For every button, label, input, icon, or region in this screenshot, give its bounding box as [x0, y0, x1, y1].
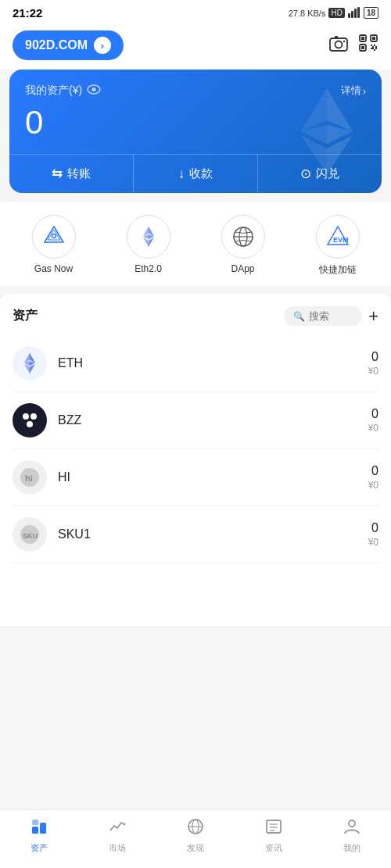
svg-marker-22: [327, 88, 353, 131]
assets-title: 资产: [13, 308, 38, 324]
evm-label: 快捷加链: [319, 263, 357, 277]
svg-point-49: [30, 413, 37, 420]
arrow-icon: ›: [94, 37, 111, 54]
svg-point-30: [52, 234, 56, 238]
assets-search-wrap: 🔍 +: [284, 306, 378, 326]
receive-icon: ↓: [178, 166, 185, 182]
svg-rect-4: [330, 38, 347, 51]
status-time: 21:22: [13, 6, 42, 20]
hi-cny: ¥0: [368, 480, 378, 491]
nav-mine[interactable]: 我的: [313, 818, 391, 854]
logo-text: 902D.COM: [25, 38, 88, 52]
nav-market[interactable]: 市场: [78, 818, 156, 854]
svg-rect-9: [361, 37, 364, 40]
dapp-item[interactable]: DApp: [221, 215, 265, 277]
svg-rect-11: [372, 37, 375, 40]
asset-item-hi[interactable]: hi HI 0 ¥0: [13, 449, 378, 506]
header-icons: [328, 34, 378, 57]
nav-news-label: 资讯: [265, 842, 282, 854]
eth-amount: 0: [368, 350, 378, 364]
bottom-nav: 资产 市场 发现 资讯: [0, 809, 391, 868]
hi-info: HI: [58, 470, 368, 484]
eth-values: 0 ¥0: [368, 350, 378, 377]
nav-market-label: 市场: [109, 842, 126, 854]
gas-now-label: Gas Now: [34, 263, 73, 274]
status-icons: 27.8 KB/s HD 18: [289, 7, 378, 20]
nav-news[interactable]: 资讯: [235, 818, 313, 854]
asset-label: 我的资产(¥): [25, 84, 101, 98]
evm-icon-wrap: EVM: [316, 215, 360, 259]
eth-cny: ¥0: [368, 366, 378, 377]
receive-button[interactable]: ↓ 收款: [134, 155, 258, 193]
bzz-name: BZZ: [58, 413, 368, 427]
svg-text:SKU: SKU: [23, 532, 38, 540]
evm-item[interactable]: EVM 快捷加链: [316, 215, 360, 277]
nav-assets-label: 资产: [30, 842, 48, 854]
hi-name: HI: [58, 470, 368, 484]
eth-watermark: [280, 70, 374, 193]
eth2-item[interactable]: Eth2.0: [127, 215, 170, 277]
search-input[interactable]: [309, 310, 356, 322]
camera-button[interactable]: [328, 34, 349, 57]
svg-rect-2: [354, 9, 357, 18]
svg-rect-16: [372, 46, 374, 48]
quick-menu: Gas Now Eth2.0 DApp: [0, 202, 391, 286]
svg-rect-18: [371, 48, 374, 49]
sku1-cny: ¥0: [368, 537, 378, 548]
svg-point-21: [92, 88, 96, 91]
transfer-button[interactable]: ⇆ 转账: [9, 155, 134, 193]
sku1-icon: SKU: [13, 517, 47, 552]
svg-text:hi: hi: [25, 473, 33, 483]
svg-marker-32: [143, 227, 149, 237]
svg-rect-17: [375, 46, 377, 49]
sku1-name: SKU1: [58, 527, 368, 541]
nav-discover-label: 发现: [187, 842, 204, 854]
bzz-values: 0 ¥0: [368, 407, 378, 434]
svg-rect-56: [40, 823, 46, 834]
asset-item-eth[interactable]: ETH 0 ¥0: [13, 335, 378, 392]
nav-assets-icon: [30, 818, 48, 840]
search-box: 🔍: [284, 306, 362, 326]
svg-rect-55: [32, 827, 38, 834]
speed-indicator: 27.8 KB/s: [289, 9, 326, 18]
scan-button[interactable]: [358, 34, 378, 57]
receive-label: 收款: [189, 166, 213, 181]
hi-icon: hi: [13, 460, 47, 495]
sku1-info: SKU1: [58, 527, 368, 541]
signal-icon: [348, 7, 361, 20]
bzz-cny: ¥0: [368, 423, 378, 434]
sku1-values: 0 ¥0: [368, 521, 378, 548]
hi-amount: 0: [368, 464, 378, 478]
svg-rect-15: [374, 45, 375, 46]
nav-assets[interactable]: 资产: [0, 818, 78, 854]
nav-discover-icon: [187, 818, 204, 840]
asset-card: 我的资产(¥) 详情 › 0 ⇆ 转账: [9, 70, 382, 193]
gas-now-item[interactable]: Gas Now: [32, 215, 76, 277]
battery-icon: 18: [364, 7, 378, 19]
bzz-amount: 0: [368, 407, 378, 421]
svg-rect-14: [371, 45, 372, 46]
svg-marker-23: [301, 88, 327, 131]
bzz-info: BZZ: [58, 413, 368, 427]
logo-button[interactable]: 902D.COM ›: [13, 30, 124, 60]
assets-section: 资产 🔍 + ETH 0 ¥0: [0, 294, 391, 626]
svg-text:EVM: EVM: [333, 236, 349, 244]
nav-discover[interactable]: 发现: [156, 818, 235, 854]
nav-market-icon: [109, 818, 126, 840]
eth-info: ETH: [58, 356, 368, 370]
svg-marker-31: [149, 227, 154, 237]
svg-marker-43: [24, 353, 30, 363]
asset-item-sku1[interactable]: SKU SKU1 0 ¥0: [13, 506, 378, 563]
eye-icon[interactable]: [87, 84, 101, 97]
add-asset-button[interactable]: +: [368, 308, 378, 325]
dapp-label: DApp: [231, 263, 254, 274]
nav-mine-label: 我的: [343, 842, 361, 854]
eth-icon: [13, 346, 47, 380]
svg-rect-19: [374, 49, 375, 51]
eth2-label: Eth2.0: [135, 263, 162, 274]
asset-item-bzz[interactable]: BZZ 0 ¥0: [13, 392, 378, 449]
svg-point-48: [23, 413, 29, 420]
svg-point-5: [335, 41, 343, 48]
hi-values: 0 ¥0: [368, 464, 378, 491]
svg-rect-1: [351, 11, 353, 18]
